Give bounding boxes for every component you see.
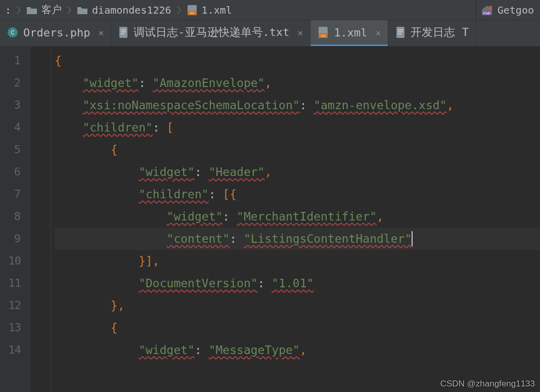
xml-file-icon: <> (318, 26, 329, 38)
line-number: 5 (0, 139, 21, 161)
svg-text:<>: <> (190, 11, 195, 15)
code-line[interactable]: "widget": "AmazonEnvelope", (55, 72, 540, 94)
folder-icon (26, 6, 37, 15)
editor[interactable]: 1234567891011121314 { "widget": "AmazonE… (0, 47, 540, 392)
code-line[interactable]: }], (55, 250, 540, 272)
breadcrumb-item-label: 1.xml (202, 4, 232, 16)
code-line[interactable]: "xsi:noNamespaceSchemaLocation": "amzn-e… (55, 94, 540, 116)
line-number: 14 (0, 339, 21, 361)
svg-text:PHP: PHP (483, 12, 491, 15)
code-line[interactable]: { (55, 50, 540, 72)
breadcrumb-sep-icon (14, 0, 23, 20)
line-number: 2 (0, 72, 21, 94)
line-number: 8 (0, 205, 21, 228)
line-number: 10 (0, 250, 21, 272)
toolbar-right-label: Getgoo (498, 4, 534, 16)
svg-rect-16 (398, 31, 403, 32)
tab-label: 调试日志-亚马逊快递单号.txt (133, 25, 289, 40)
svg-text:<>: <> (321, 33, 326, 38)
line-number: 12 (0, 294, 21, 317)
code-line[interactable]: { (55, 317, 540, 339)
php-home-icon: PHP (480, 4, 493, 16)
svg-rect-15 (398, 29, 403, 30)
code-line[interactable]: "widget": "Header", (55, 161, 540, 183)
svg-rect-9 (121, 31, 126, 32)
xml-file-icon: <> (187, 5, 198, 16)
close-icon[interactable]: ✕ (376, 27, 381, 38)
close-icon[interactable]: ✕ (98, 27, 104, 38)
code-line[interactable]: "widget": "MessageType", (55, 339, 540, 361)
line-number: 13 (0, 317, 21, 339)
line-number: 6 (0, 161, 21, 183)
breadcrumb-prefix: : (2, 0, 14, 20)
code-line[interactable]: "DocumentVersion": "1.01" (55, 272, 540, 294)
line-number-gutter: 1234567891011121314 (0, 47, 30, 392)
svg-rect-10 (121, 33, 124, 34)
code-line[interactable]: "widget": "MerchantIdentifier", (55, 205, 540, 228)
text-file-icon (395, 26, 406, 38)
text-caret (412, 231, 413, 246)
breadcrumb: : 客户diamondes1226<>1.xml PHP Getgoo (0, 0, 540, 20)
code-line[interactable]: }, (55, 294, 540, 317)
gutter-strip (31, 47, 51, 392)
line-number: 1 (0, 50, 21, 72)
breadcrumb-sep-icon (174, 0, 184, 20)
text-file-icon (118, 26, 128, 38)
code-line[interactable]: "children": [{ (55, 183, 540, 205)
tab[interactable]: COrders.php✕ (0, 20, 111, 46)
line-number: 7 (0, 183, 21, 205)
breadcrumb-item[interactable]: <>1.xml (184, 0, 235, 20)
breadcrumb-item-label: diamondes1226 (92, 4, 171, 16)
line-number: 3 (0, 94, 21, 116)
tab-label: 1.xml (334, 26, 367, 39)
breadcrumb-item-label: 客户 (41, 3, 62, 17)
code-line[interactable]: "children": [ (55, 116, 540, 139)
tab-label: Orders.php (23, 26, 90, 39)
tab[interactable]: 开发日志 T (388, 20, 476, 46)
line-number: 9 (0, 228, 21, 250)
php-file-icon: C (7, 27, 18, 38)
toolbar-right[interactable]: PHP Getgoo (476, 0, 538, 20)
code-area[interactable]: { "widget": "AmazonEnvelope", "xsi:noNam… (30, 47, 540, 392)
svg-rect-17 (398, 33, 401, 34)
folder-icon (77, 6, 88, 15)
code-line[interactable]: "content": "ListingsContentHandler" (55, 228, 540, 250)
line-number: 11 (0, 272, 21, 294)
svg-text:C: C (11, 30, 14, 35)
line-number: 4 (0, 116, 21, 139)
breadcrumb-item[interactable]: diamondes1226 (74, 0, 174, 20)
tab[interactable]: 调试日志-亚马逊快递单号.txt✕ (111, 20, 310, 46)
svg-rect-8 (121, 29, 126, 30)
tab-label: 开发日志 T (411, 25, 469, 40)
close-icon[interactable]: ✕ (298, 27, 303, 38)
tab-bar: COrders.php✕调试日志-亚马逊快递单号.txt✕<>1.xml✕开发日… (0, 20, 540, 47)
code-line[interactable]: { (55, 139, 540, 161)
watermark: CSDN @zhangfeng1133 (440, 379, 535, 389)
breadcrumb-sep-icon (65, 0, 74, 20)
breadcrumb-item[interactable]: 客户 (23, 0, 65, 20)
tab[interactable]: <>1.xml✕ (310, 20, 388, 46)
